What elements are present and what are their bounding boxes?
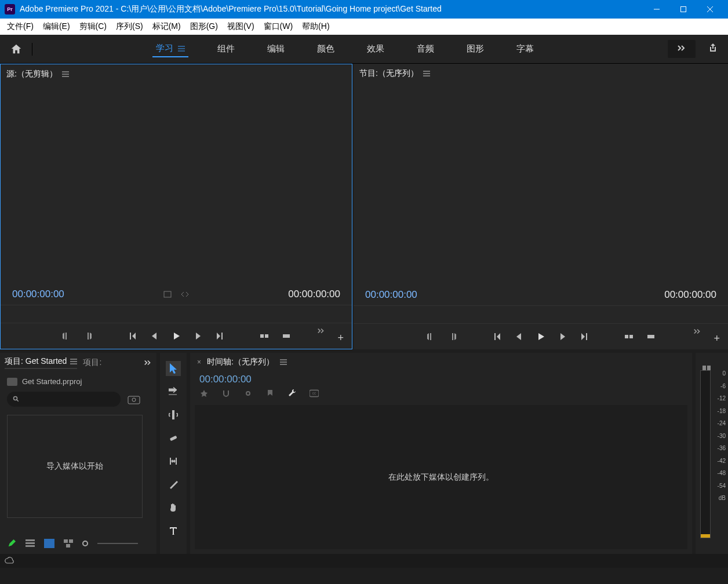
timeline-tab-close[interactable]: × bbox=[197, 358, 201, 366]
source-tab[interactable]: 源:（无剪辑） bbox=[6, 69, 57, 79]
panel-menu-icon[interactable] bbox=[62, 71, 69, 77]
project-tab-secondary[interactable]: 项目: bbox=[83, 357, 101, 368]
insert-button[interactable] bbox=[259, 330, 270, 342]
minimize-button[interactable] bbox=[643, 0, 670, 19]
marker-icon[interactable] bbox=[265, 389, 275, 398]
svg-line-24 bbox=[17, 400, 19, 402]
close-button[interactable] bbox=[697, 0, 723, 19]
project-tab-active[interactable]: 项目: Get Started bbox=[5, 356, 77, 369]
program-tab[interactable]: 节目:（无序列） bbox=[359, 68, 418, 79]
captions-icon[interactable]: cc bbox=[310, 389, 319, 398]
zoom-slider-track[interactable] bbox=[97, 543, 138, 544]
play-button[interactable] bbox=[535, 331, 547, 342]
project-footer bbox=[0, 533, 156, 554]
go-to-out-button[interactable] bbox=[214, 330, 226, 342]
button-editor-icon[interactable]: + bbox=[714, 333, 720, 345]
razor-tool[interactable] bbox=[166, 430, 181, 446]
export-button[interactable] bbox=[708, 43, 718, 54]
timeline-tc[interactable]: 00:00:00:00 bbox=[199, 374, 683, 385]
program-overflow-icon[interactable] bbox=[693, 327, 701, 336]
icon-view-button[interactable] bbox=[44, 539, 54, 548]
settings-wrench-icon[interactable] bbox=[287, 389, 297, 398]
program-monitor-view[interactable] bbox=[354, 83, 728, 284]
svg-rect-25 bbox=[128, 396, 140, 404]
resolution-icon[interactable] bbox=[180, 290, 190, 299]
workspace-audio[interactable]: 音频 bbox=[413, 41, 438, 57]
overwrite-button[interactable] bbox=[281, 330, 292, 342]
freeform-view-icon[interactable] bbox=[64, 539, 73, 548]
workspace-effects[interactable]: 效果 bbox=[363, 41, 388, 57]
svg-rect-31 bbox=[69, 539, 73, 543]
menu-graphics[interactable]: 图形(G) bbox=[185, 20, 223, 34]
slip-tool[interactable] bbox=[166, 454, 181, 469]
fit-icon[interactable] bbox=[163, 290, 172, 299]
nest-toggle-icon[interactable] bbox=[199, 389, 209, 398]
import-dropzone[interactable]: 导入媒体以开始 bbox=[7, 415, 143, 518]
lift-button[interactable] bbox=[623, 331, 635, 342]
menu-file[interactable]: 文件(F) bbox=[2, 20, 38, 34]
list-view-icon[interactable] bbox=[26, 539, 35, 548]
button-editor-icon[interactable]: + bbox=[337, 332, 344, 344]
zoom-slider-thumb[interactable] bbox=[82, 541, 88, 546]
hand-tool[interactable] bbox=[166, 500, 181, 515]
home-button[interactable] bbox=[0, 43, 32, 56]
audio-meter-bar[interactable] bbox=[700, 370, 711, 538]
panel-menu-icon[interactable] bbox=[280, 359, 287, 365]
meter-level bbox=[701, 534, 710, 538]
ripple-edit-tool[interactable] bbox=[166, 407, 181, 422]
menu-edit[interactable]: 编辑(E) bbox=[38, 20, 75, 34]
workspace-overflow[interactable] bbox=[668, 40, 696, 58]
workspace-learn[interactable]: 学习 bbox=[152, 41, 188, 57]
new-bin-icon[interactable] bbox=[128, 394, 140, 404]
panel-menu-icon[interactable] bbox=[70, 359, 77, 364]
menu-clip[interactable]: 剪辑(C) bbox=[75, 20, 111, 34]
project-file-row: Get Started.prproj bbox=[7, 377, 150, 386]
source-scrub-bar[interactable] bbox=[1, 305, 352, 323]
project-overflow-icon[interactable] bbox=[144, 358, 152, 367]
go-to-out-button[interactable] bbox=[579, 331, 591, 342]
step-back-button[interactable] bbox=[513, 331, 525, 342]
workspace-color[interactable]: 颜色 bbox=[314, 41, 338, 57]
track-select-tool[interactable] bbox=[166, 384, 181, 399]
timeline-tab[interactable]: 时间轴:（无序列） bbox=[207, 357, 274, 367]
step-forward-button[interactable] bbox=[192, 330, 204, 342]
project-search-input[interactable] bbox=[7, 392, 121, 407]
timeline-dropzone[interactable]: 在此处放下媒体以创建序列。 bbox=[195, 405, 687, 549]
titlebar: Pr Adobe Premiere Pro 2021 - C:\用户\公用\公用… bbox=[0, 0, 728, 19]
mark-out-button[interactable] bbox=[82, 330, 94, 342]
svg-rect-1 bbox=[681, 7, 686, 12]
workspace-assembly[interactable]: 组件 bbox=[214, 41, 238, 57]
mark-in-button[interactable] bbox=[425, 331, 436, 342]
go-to-in-button[interactable] bbox=[491, 331, 503, 342]
snap-icon[interactable] bbox=[221, 389, 231, 398]
selection-tool[interactable] bbox=[166, 361, 181, 376]
workspace-editing[interactable]: 编辑 bbox=[264, 41, 288, 57]
menu-sequence[interactable]: 序列(S) bbox=[111, 20, 148, 34]
menu-help[interactable]: 帮助(H) bbox=[297, 20, 334, 34]
type-tool[interactable] bbox=[166, 523, 181, 538]
source-overflow-icon[interactable] bbox=[317, 327, 325, 335]
panel-menu-icon[interactable] bbox=[423, 71, 430, 76]
project-panel: 项目: Get Started 项目: Get Started.prproj 导… bbox=[0, 353, 156, 554]
menu-view[interactable]: 视图(V) bbox=[223, 20, 259, 34]
source-tc-left[interactable]: 00:00:00:00 bbox=[12, 289, 64, 300]
step-back-button[interactable] bbox=[148, 330, 160, 342]
mark-out-button[interactable] bbox=[447, 331, 458, 342]
workspace-captions[interactable]: 字幕 bbox=[513, 41, 537, 57]
maximize-button[interactable] bbox=[670, 0, 697, 19]
go-to-in-button[interactable] bbox=[126, 330, 138, 342]
program-scrub-bar[interactable] bbox=[354, 305, 728, 324]
project-writable-icon[interactable] bbox=[7, 539, 16, 548]
workspace-graphics[interactable]: 图形 bbox=[463, 41, 487, 57]
mark-in-button[interactable] bbox=[60, 330, 72, 342]
play-button[interactable] bbox=[170, 330, 182, 342]
menu-marker[interactable]: 标记(M) bbox=[148, 20, 185, 34]
creative-cloud-icon[interactable] bbox=[5, 556, 14, 565]
linked-selection-icon[interactable] bbox=[243, 389, 253, 398]
source-monitor-view[interactable] bbox=[1, 84, 352, 284]
extract-button[interactable] bbox=[645, 331, 657, 342]
step-forward-button[interactable] bbox=[557, 331, 569, 342]
pen-tool[interactable] bbox=[166, 477, 181, 492]
program-tc-left[interactable]: 00:00:00:00 bbox=[365, 289, 417, 301]
menu-window[interactable]: 窗口(W) bbox=[259, 20, 298, 34]
